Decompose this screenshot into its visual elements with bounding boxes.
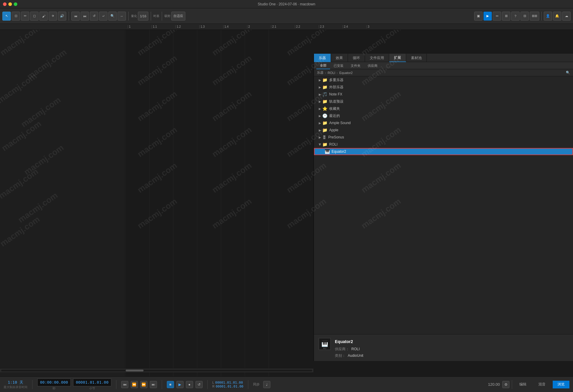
list-item-notefx[interactable]: ▶ 🎵 Note FX xyxy=(314,91,573,98)
list-item-equator2[interactable]: 🎹 Equator2 xyxy=(314,148,573,155)
scrub-button[interactable]: ↔ xyxy=(118,12,126,21)
metronome-button[interactable]: ♩ xyxy=(263,381,270,388)
transport-bar: 1:10 天 最大制余录音时间 00:00:00.000 秒 00001.01.… xyxy=(0,376,573,392)
tab-extensions[interactable]: 扩展 xyxy=(389,54,406,62)
rewind-to-start-button[interactable]: ⏮ xyxy=(71,12,80,21)
quantize-group: 量化 1/16 xyxy=(131,12,148,21)
grid-line-3 xyxy=(173,30,173,376)
close-button[interactable] xyxy=(3,2,7,6)
list-item-presonus[interactable]: ▶ 🎛 PreSonus xyxy=(314,134,573,141)
wmt21: macmj.com xyxy=(136,197,179,231)
arrow-multi: ▶ xyxy=(319,78,321,82)
list-item-ample-sound[interactable]: ▶ 📁 Ample Sound xyxy=(314,119,573,126)
window-title: Studio One · 2024-07-06 · macdown xyxy=(258,2,315,6)
tab-effects[interactable]: 效果 xyxy=(331,54,348,62)
list-item-recent[interactable]: ▶ 🕐 最近的 xyxy=(314,112,573,119)
snap-value[interactable]: 自适应 xyxy=(171,12,185,21)
loop-alt-button[interactable]: ⤾ xyxy=(99,12,107,21)
search-icon[interactable]: 🔍 xyxy=(566,71,570,75)
list-item-external[interactable]: ▶ 📁 外部乐器 xyxy=(314,84,573,91)
quantize-label: 量化 xyxy=(131,14,137,18)
paint-tool-button[interactable]: 🖌 xyxy=(39,12,48,21)
star-icon: ⭐ xyxy=(322,106,327,111)
monitor-button[interactable]: ▣ xyxy=(474,12,483,21)
quantize-value[interactable]: 1/16 xyxy=(138,12,148,21)
loop-button[interactable]: ↺ xyxy=(90,12,98,21)
instrument-icon-equator: 🎹 xyxy=(325,149,330,154)
browse-tab[interactable]: 浏览 xyxy=(553,381,569,388)
list-item-favorites[interactable]: ▶ ⭐ 收藏夹 xyxy=(314,105,573,112)
list-item-multi-instrument[interactable]: ▶ 📁 多重乐器 xyxy=(314,76,573,84)
timeline-ruler: 1 1.1 1.2 1.3 1.4 2 2.1 2.2 2.3 2.4 3 xyxy=(0,24,573,30)
erase-tool-button[interactable]: ◻ xyxy=(30,12,38,21)
user-button[interactable]: 👤 xyxy=(544,12,552,21)
range-tool-button[interactable]: ⊡ xyxy=(12,12,20,21)
breadcrumb-folder[interactable]: ROLI xyxy=(328,71,335,75)
grid-button[interactable]: ⊟ xyxy=(520,12,529,21)
select-tool-button[interactable]: ↖ xyxy=(2,12,11,21)
subtab-all[interactable]: 全部 xyxy=(316,62,330,69)
stop-button[interactable]: ■ xyxy=(167,381,174,388)
zoom-button[interactable]: 🔍 xyxy=(108,12,117,21)
mute-tool-button[interactable]: ✈ xyxy=(49,12,57,21)
instrument-info-text: Equator2 供应商： ROLI 类别： AudioUnit xyxy=(335,338,363,359)
wmt6: macmj.com xyxy=(210,53,254,88)
maximize-button[interactable] xyxy=(14,2,17,6)
list-item-label-multi: 多重乐器 xyxy=(329,78,344,83)
forward-transport-button[interactable]: ⏩ xyxy=(140,381,147,388)
tab-loops[interactable]: 循环 xyxy=(348,54,365,62)
scrollbar-thumb[interactable] xyxy=(126,370,144,371)
ruler-mark-2-1: 2.1 xyxy=(271,25,295,28)
subtab-vendor[interactable]: 供应商 xyxy=(364,62,381,69)
help-button[interactable]: ? xyxy=(511,12,520,21)
metronome-btn[interactable]: ♩ xyxy=(263,381,270,388)
selected-tool-button[interactable]: ▶ xyxy=(483,12,492,21)
goto-end-button[interactable]: ⏭ xyxy=(150,381,157,388)
play-button[interactable]: ▶ xyxy=(176,381,184,388)
browser-list[interactable]: ▶ 📁 多重乐器 ▶ 📁 外部乐器 ▶ 🎵 Note FX ▶ 📁 轨道预设 xyxy=(314,76,573,334)
list-item-roli[interactable]: ▶ 📁 ROLI xyxy=(314,141,573,148)
category-label: 类别： xyxy=(335,354,346,358)
ruler-marks: 1 1.1 1.2 1.3 1.4 2 2.1 2.2 2.3 2.4 3 xyxy=(125,25,390,28)
loop-transport-button[interactable]: ↺ xyxy=(195,381,203,388)
swap-button[interactable]: ⇔ xyxy=(493,12,501,21)
record-button[interactable]: ● xyxy=(186,381,193,388)
vendor-value: ROLI xyxy=(351,347,360,351)
toolbar-sep-4 xyxy=(162,12,162,21)
draw-tool-button[interactable]: ✏ xyxy=(21,12,29,21)
list-item-track-presets[interactable]: ▶ 📁 轨道预设 xyxy=(314,98,573,105)
minimize-button[interactable] xyxy=(8,2,12,6)
toolbar-sep-1 xyxy=(69,12,69,21)
ruler-mark-1-4: 1.4 xyxy=(223,25,247,28)
edit-tab[interactable]: 编辑 xyxy=(515,381,531,388)
transport-sep-6 xyxy=(512,380,512,389)
horizontal-scrollbar[interactable] xyxy=(0,368,313,372)
subtab-files[interactable]: 文件夹 xyxy=(347,62,364,69)
cloud-button[interactable]: ☁ xyxy=(562,12,571,21)
wm4: macmj.com xyxy=(19,95,63,129)
rewind-transport-button[interactable]: ⏪ xyxy=(131,381,138,388)
tab-files[interactable]: 文件应用 xyxy=(365,54,389,62)
mix-tab[interactable]: 混音 xyxy=(534,381,550,388)
goto-start-button[interactable]: ⏮ xyxy=(121,381,128,388)
notification-button[interactable]: 🔔 xyxy=(553,12,561,21)
list-item-apple[interactable]: ▶ 📁 Apple xyxy=(314,126,573,134)
breadcrumb-root[interactable]: 乐器 xyxy=(317,70,324,75)
audition-tool-button[interactable]: 🔊 xyxy=(58,12,66,21)
tab-pool[interactable]: 素材池 xyxy=(406,54,427,62)
tempo-settings-button[interactable]: ⚙ xyxy=(502,381,509,388)
time-remaining-section: 1:10 天 最大制余录音时间 xyxy=(4,380,27,389)
wmt9: macmj.com xyxy=(136,89,179,124)
wmt18: macmj.com xyxy=(210,161,254,195)
list-item-label-equator2: Equator2 xyxy=(332,149,346,154)
breadcrumb-item[interactable]: Equator2 xyxy=(339,71,353,75)
more-button[interactable]: ⊞⊞ xyxy=(530,12,539,21)
list-item-label-notefx: Note FX xyxy=(329,92,342,96)
resize-button[interactable]: ⊞ xyxy=(502,12,510,21)
subtab-installed[interactable]: 已安装 xyxy=(330,62,347,69)
snap-group: 吸附 自适应 xyxy=(164,12,185,21)
bars-display[interactable]: 00001.01.01.00 xyxy=(73,379,111,386)
tab-instruments[interactable]: 乐器 xyxy=(314,54,331,62)
timecode-display[interactable]: 00:00:00.000 xyxy=(37,379,71,386)
rewind-button[interactable]: ⏭ xyxy=(81,12,89,21)
